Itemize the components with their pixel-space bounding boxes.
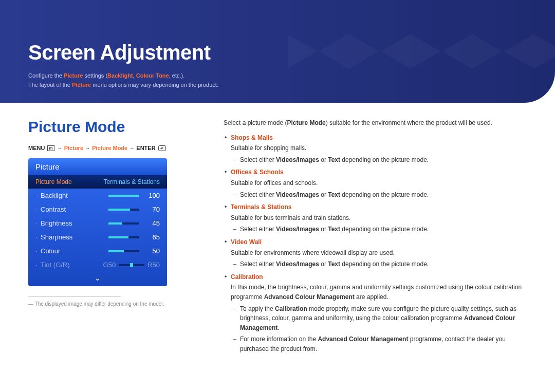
- text: Colour Tone: [136, 72, 169, 79]
- osd-label: Colour: [41, 247, 108, 255]
- text: For more information on the: [240, 335, 318, 343]
- intro-text: Select a picture mode (Picture Mode) sui…: [224, 118, 534, 128]
- osd-row-sharpness[interactable]: · Sharpness 65: [28, 230, 167, 244]
- text: .: [278, 324, 279, 331]
- text: Picture: [72, 82, 91, 88]
- text: Text: [328, 156, 340, 163]
- text: depending on the picture mode.: [340, 191, 429, 198]
- text: Videos/Images: [276, 156, 319, 163]
- osd-label: Tint (G/R): [41, 261, 103, 269]
- bullet-icon: ·: [35, 192, 41, 199]
- osd-panel: Picture Picture Mode Terminals & Station…: [28, 158, 167, 286]
- tint-slider[interactable]: [119, 264, 144, 266]
- osd-row-tint[interactable]: · Tint (G/R) G50 R50: [28, 258, 167, 272]
- mode-item-shops: Shops & Malls Suitable for shopping mall…: [224, 133, 534, 165]
- text: Text: [328, 226, 340, 233]
- left-column: Picture Mode MENU m → Picture → Picture …: [28, 118, 203, 357]
- text: are applied.: [355, 293, 388, 301]
- slider-track[interactable]: [108, 250, 139, 252]
- osd-header-label: Picture Mode: [35, 178, 72, 185]
- arrow-icon: →: [57, 145, 63, 151]
- text: Select either: [240, 226, 276, 233]
- banner-desc: Configure the Picture settings (Backligh…: [28, 71, 527, 89]
- text: Select a picture mode (: [224, 119, 287, 126]
- osd-value: 50: [144, 247, 160, 255]
- tint-r-value: R50: [147, 261, 160, 269]
- text: depending on the picture mode.: [340, 260, 429, 268]
- text: The layout of the: [28, 82, 72, 88]
- slider-fill: [108, 236, 128, 238]
- osd-row-colour[interactable]: · Colour 50: [28, 244, 167, 258]
- mode-name: Terminals & Stations: [231, 203, 291, 211]
- mode-item-offices: Offices & Schools Suitable for offices a…: [224, 167, 534, 199]
- mode-desc: In this mode, the brightness, colour, ga…: [231, 283, 534, 302]
- osd-label: Sharpness: [41, 233, 108, 241]
- osd-row-brightness[interactable]: · Brightness 45: [28, 216, 167, 230]
- divider: [28, 296, 121, 297]
- sub-item: Select either Videos/Images or Text depe…: [231, 259, 534, 269]
- text: or: [319, 226, 328, 233]
- osd-body: · Backlight 100 · Contrast 70 · Brightne…: [28, 189, 167, 286]
- text: , etc.).: [169, 72, 185, 79]
- chevron-down-icon[interactable]: ⌄: [28, 272, 167, 286]
- text: Advanced Colour Management: [264, 293, 355, 301]
- osd-title: Picture: [28, 158, 167, 175]
- text: depending on the picture mode.: [340, 156, 429, 163]
- slider-fill: [108, 209, 130, 211]
- text: menu options may vary depending on the p…: [91, 82, 218, 88]
- mode-name: Shops & Malls: [231, 134, 273, 141]
- text: Videos/Images: [276, 260, 319, 268]
- mode-item-terminals: Terminals & Stations Suitable for bus te…: [224, 202, 534, 234]
- sub-item: Select either Videos/Images or Text depe…: [231, 155, 534, 165]
- bullet-icon: ·: [35, 247, 41, 255]
- footnote: The displayed image may differ depending…: [28, 301, 203, 307]
- text: Select either: [240, 191, 276, 198]
- osd-row-contrast[interactable]: · Contrast 70: [28, 202, 167, 216]
- text: Advanced Colour Management: [318, 335, 408, 343]
- slider-track[interactable]: [108, 222, 139, 225]
- sub-item: Select either Videos/Images or Text depe…: [231, 225, 534, 234]
- text: To apply the: [240, 305, 275, 312]
- breadcrumb-step: Picture Mode: [92, 145, 127, 151]
- osd-label: Contrast: [41, 206, 108, 213]
- menu-icon: m: [47, 145, 54, 151]
- breadcrumb-enter: ENTER: [136, 145, 155, 151]
- mode-item-videowall: Video Wall Suitable for environments whe…: [224, 237, 534, 269]
- mode-name: Offices & Schools: [231, 169, 284, 176]
- text: ) suitable for the environment where the…: [326, 119, 492, 126]
- slider-track[interactable]: [108, 195, 139, 197]
- osd-label: Backlight: [41, 192, 108, 199]
- mode-desc: Suitable for shopping malls.: [231, 143, 534, 153]
- arrow-icon: →: [85, 145, 90, 151]
- tint-g-value: G50: [103, 261, 116, 269]
- text: or: [319, 156, 328, 163]
- slider-fill: [108, 250, 124, 252]
- breadcrumb-menu: MENU: [28, 145, 45, 151]
- breadcrumb: MENU m → Picture → Picture Mode → ENTER …: [28, 145, 203, 151]
- enter-icon: ↵: [158, 145, 166, 151]
- osd-row-backlight[interactable]: · Backlight 100: [28, 189, 167, 202]
- slider-track[interactable]: [108, 209, 139, 211]
- slider-track[interactable]: [108, 236, 139, 238]
- sub-item: To apply the Calibration mode properly, …: [231, 304, 534, 333]
- text: Picture: [64, 72, 83, 79]
- bullet-icon: ·: [35, 261, 41, 269]
- text: Picture Mode: [287, 119, 325, 126]
- mode-list: Shops & Malls Suitable for shopping mall…: [224, 133, 534, 354]
- osd-header-value: Terminals & Stations: [104, 178, 160, 185]
- text: or: [319, 191, 328, 198]
- mode-item-calibration: Calibration In this mode, the brightness…: [224, 272, 534, 354]
- slider-fill: [108, 222, 122, 225]
- text: Configure the: [28, 72, 64, 79]
- mode-name: Calibration: [231, 273, 263, 281]
- sub-item: Select either Videos/Images or Text depe…: [231, 190, 534, 200]
- text: settings (: [83, 72, 107, 79]
- text: Backlight: [107, 72, 133, 79]
- osd-label: Brightness: [41, 219, 108, 227]
- content: Picture Mode MENU m → Picture → Picture …: [28, 118, 534, 357]
- osd-header-row[interactable]: Picture Mode Terminals & Stations: [28, 175, 167, 189]
- text: Videos/Images: [276, 226, 319, 233]
- mode-desc: Suitable for environments where videowal…: [231, 248, 534, 258]
- arrow-icon: →: [129, 145, 135, 151]
- text: or: [319, 260, 328, 268]
